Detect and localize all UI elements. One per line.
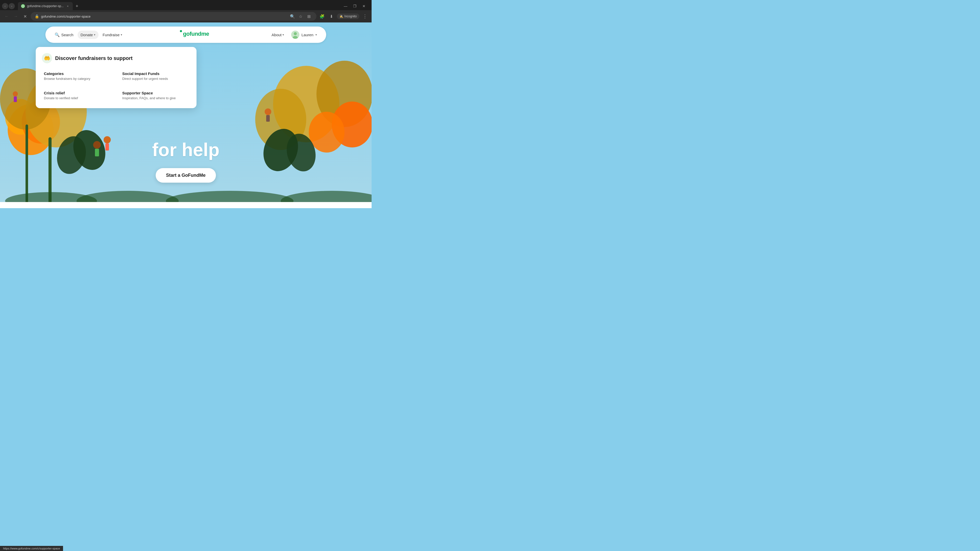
svg-text:gofundme: gofundme	[183, 30, 209, 37]
svg-point-20	[93, 141, 101, 149]
url-bar-actions: 🔍 ☆ ⊞	[289, 13, 312, 20]
social-impact-title: Social Impact Funds	[122, 71, 188, 76]
address-bar: ← → ✕ 🔒 gofundme.com/c/supporter-space 🔍…	[0, 10, 372, 22]
tab-group-icon[interactable]: ⊞	[305, 13, 312, 20]
back-btn[interactable]: ←	[3, 13, 10, 20]
bottom-bar	[0, 202, 372, 208]
bookmark-icon[interactable]: ☆	[297, 13, 304, 20]
social-impact-desc: Direct support for urgent needs	[122, 77, 188, 81]
extensions-icon[interactable]: 🧩	[318, 13, 326, 20]
user-name-label: Lauren	[301, 33, 313, 37]
incognito-label: Incognito	[344, 14, 357, 18]
svg-point-24	[265, 108, 271, 115]
incognito-indicator: 🕵️ Incognito	[337, 14, 360, 19]
donate-dropdown: 🤲 Discover fundraisers to support Catego…	[36, 47, 197, 108]
nav-left: 🔍 Search Donate ▾ Fundraise ▾	[52, 30, 125, 39]
svg-point-26	[13, 91, 18, 97]
dropdown-header-icon: 🤲	[42, 53, 52, 63]
reload-icon: ✕	[24, 14, 27, 19]
about-nav-btn[interactable]: About ▾	[269, 30, 287, 39]
search-icon[interactable]: 🔍	[289, 13, 296, 20]
social-impact-item[interactable]: Social Impact Funds Direct support for u…	[120, 69, 190, 83]
about-label: About	[272, 33, 282, 37]
tab-nav-buttons: ‹ ›	[2, 3, 15, 9]
hero-headline-text: for help	[152, 140, 220, 160]
crisis-relief-item[interactable]: Crisis relief Donate to verified relief	[42, 89, 112, 102]
active-tab[interactable]: gofundme.c/supporter-sp... ×	[18, 2, 73, 10]
svg-point-35	[294, 32, 297, 35]
categories-desc: Browse fundraisers by category	[44, 77, 110, 81]
tab-favicon	[21, 4, 25, 8]
new-tab-btn[interactable]: +	[74, 3, 80, 9]
donate-chevron: ▾	[94, 33, 95, 37]
nav-right: About ▾ Lauren ▾	[269, 29, 320, 40]
svg-rect-25	[266, 115, 270, 122]
forward-btn[interactable]: →	[12, 13, 19, 20]
search-nav-item[interactable]: 🔍 Search	[52, 30, 76, 39]
reload-btn[interactable]: ✕	[21, 13, 29, 20]
minimize-btn[interactable]: —	[342, 3, 349, 10]
tab-close-btn[interactable]: ×	[65, 4, 70, 8]
crisis-relief-title: Crisis relief	[44, 91, 110, 95]
donate-label: Donate	[81, 33, 93, 37]
url-text: gofundme.com/c/supporter-space	[41, 14, 91, 18]
restore-btn[interactable]: ❐	[351, 3, 358, 10]
gofundme-logo-svg: gofundme	[179, 30, 215, 38]
user-menu-btn[interactable]: Lauren ▾	[288, 29, 320, 40]
search-nav-label: Search	[61, 33, 73, 37]
supporter-space-item[interactable]: Supporter Space Inspiration, FAQs, and w…	[120, 89, 190, 102]
close-window-btn[interactable]: ✕	[360, 3, 368, 10]
navbar: 🔍 Search Donate ▾ Fundraise ▾ gofundme	[45, 27, 326, 43]
more-btn[interactable]: ⋮	[361, 13, 369, 20]
start-gofundme-btn[interactable]: Start a GoFundMe	[156, 168, 216, 183]
categories-item[interactable]: Categories Browse fundraisers by categor…	[42, 69, 112, 83]
tab-title: gofundme.c/supporter-sp...	[27, 4, 64, 8]
url-bar[interactable]: 🔒 gofundme.com/c/supporter-space 🔍 ☆ ⊞	[30, 12, 317, 21]
fundraise-label: Fundraise	[103, 33, 120, 37]
dropdown-grid: Categories Browse fundraisers by categor…	[42, 69, 190, 102]
window-controls: — ❐ ✕	[342, 3, 368, 10]
donate-nav-btn[interactable]: Donate ▾	[78, 30, 99, 39]
tab-bar: ‹ › gofundme.c/supporter-sp... × + — ❐ ✕	[0, 0, 372, 10]
categories-title: Categories	[44, 71, 110, 76]
svg-point-15	[309, 112, 345, 152]
svg-rect-23	[105, 143, 109, 151]
tab-prev-btn[interactable]: ‹	[2, 3, 8, 9]
crisis-relief-desc: Donate to verified relief	[44, 96, 110, 100]
logo-text: gofundme	[179, 30, 215, 40]
dropdown-header: 🤲 Discover fundraisers to support	[42, 53, 190, 63]
forward-icon: →	[14, 14, 18, 19]
svg-point-32	[180, 30, 182, 32]
supporter-space-desc: Inspiration, FAQs, and where to give	[122, 96, 188, 100]
user-avatar	[291, 30, 299, 39]
lock-icon: 🔒	[35, 14, 39, 18]
back-icon: ←	[5, 14, 9, 19]
svg-rect-27	[14, 97, 17, 102]
hands-icon: 🤲	[44, 55, 50, 61]
tab-next-btn[interactable]: ›	[9, 3, 15, 9]
dropdown-header-title: Discover fundraisers to support	[55, 56, 132, 61]
svg-point-22	[103, 136, 111, 143]
svg-rect-21	[95, 149, 99, 156]
user-chevron: ▾	[315, 33, 317, 37]
search-nav-icon: 🔍	[55, 32, 60, 37]
logo[interactable]: gofundme	[125, 30, 269, 40]
browser-chrome: ‹ › gofundme.c/supporter-sp... × + — ❐ ✕…	[0, 0, 372, 22]
about-chevron: ▾	[283, 33, 284, 37]
hero-headline: for help	[152, 140, 220, 160]
hero-text-area: for help Start a GoFundMe	[152, 140, 220, 183]
incognito-icon: 🕵️	[339, 14, 343, 18]
supporter-space-title: Supporter Space	[122, 91, 188, 95]
fundraise-chevron: ▾	[121, 33, 122, 37]
page-content: 🔍 Search Donate ▾ Fundraise ▾ gofundme	[0, 22, 372, 208]
fundraise-nav-btn[interactable]: Fundraise ▾	[100, 30, 125, 39]
avatar-svg	[291, 30, 299, 39]
download-icon[interactable]: ⬇	[328, 13, 335, 20]
